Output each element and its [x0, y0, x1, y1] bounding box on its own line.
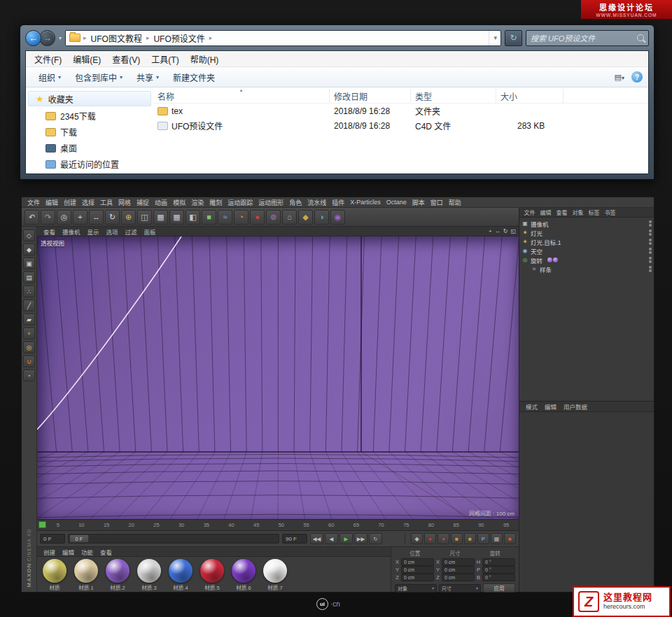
material-swatch[interactable]: 材质.7	[260, 559, 290, 591]
coordinate-input[interactable]: 0 cm	[401, 574, 434, 581]
file-row[interactable]: UFO预设文件 2018/8/9 16:28 C4D 文件 283 KB	[153, 118, 648, 133]
object-row[interactable]: ◉ 天空	[519, 246, 654, 255]
tool-icon[interactable]: ▤	[23, 271, 35, 283]
object-name[interactable]: 灯光.目标.1	[531, 238, 561, 246]
visibility-toggles[interactable]	[649, 229, 652, 236]
toolbar-icon[interactable]: ◑	[314, 210, 329, 225]
command-button[interactable]: 包含到库中 ▾	[68, 69, 130, 85]
material-sphere[interactable]	[43, 559, 66, 583]
object-row[interactable]: ▣ 摄像机	[519, 219, 654, 228]
material-swatch[interactable]: 材质.2	[103, 559, 132, 591]
recent-pages-caret-icon[interactable]: ▾	[59, 35, 62, 41]
menu-item[interactable]: 网格	[115, 198, 134, 207]
menu-item[interactable]: 流水线	[304, 198, 329, 207]
toolbar-icon[interactable]: ↷	[41, 210, 55, 225]
viewport-menu-item[interactable]: 选项	[103, 227, 122, 236]
animation-tool-icon[interactable]: ◆	[411, 533, 423, 544]
object-name[interactable]: 旋转	[531, 256, 542, 264]
material-sphere[interactable]	[74, 559, 98, 583]
viewport-menu-item[interactable]: 查看	[40, 227, 59, 236]
menu-item[interactable]: 编辑	[43, 198, 61, 207]
material-tag-icons[interactable]	[547, 257, 558, 262]
material-swatch[interactable]: 材质	[40, 559, 69, 591]
toolbar-icon[interactable]: ◆	[298, 210, 313, 225]
toolbar-icon[interactable]: ⊕	[121, 210, 136, 225]
file-row[interactable]: tex 2018/8/9 16:28 文件夹	[153, 104, 648, 118]
object-name[interactable]: 天空	[531, 247, 542, 255]
size-mode-select[interactable]: 尺寸▾	[439, 584, 481, 593]
breadcrumb-item[interactable]: UFO图文教程	[90, 32, 144, 44]
tool-icon[interactable]: ▰	[23, 313, 35, 325]
materials-menu-item[interactable]: 创建	[40, 548, 59, 556]
coordinate-input[interactable]: 0 cm	[442, 574, 475, 581]
toolbar-icon[interactable]: ◧	[186, 210, 200, 225]
menu-item[interactable]: 帮助	[446, 198, 464, 207]
viewport-nav-icon[interactable]: ◱	[510, 228, 516, 234]
tool-icon[interactable]: +	[23, 327, 35, 339]
menu-item[interactable]: 选择	[79, 198, 97, 207]
object-manager-menu-item[interactable]: 编辑	[538, 208, 554, 216]
menu-item[interactable]: 文件(F)	[29, 53, 67, 65]
coordinate-input[interactable]: 0 cm	[401, 558, 434, 566]
menu-item[interactable]: 运动图形	[255, 198, 286, 207]
attribute-manager-menu-item[interactable]: 编辑	[541, 402, 560, 411]
material-sphere[interactable]	[232, 559, 255, 583]
material-sphere[interactable]	[137, 559, 161, 583]
viewport-menu-item[interactable]: 过滤	[122, 227, 141, 236]
current-frame-input[interactable]: 0 F	[40, 534, 65, 544]
command-button[interactable]: 组织 ▾	[31, 69, 68, 85]
slider-handle[interactable]: 0 F	[69, 534, 89, 543]
help-icon[interactable]: ?	[631, 71, 643, 83]
sidebar-item[interactable]: 最近访问的位置	[26, 156, 153, 172]
viewport-nav-icon[interactable]: ↔	[495, 228, 500, 234]
playhead[interactable]	[38, 521, 46, 528]
column-header-size[interactable]: 大小	[496, 89, 564, 103]
material-sphere[interactable]	[263, 559, 287, 583]
coordinate-input[interactable]: 0 cm	[442, 558, 475, 566]
toolbar-icon[interactable]: ▦	[153, 210, 168, 225]
tool-icon[interactable]: ◎	[23, 341, 35, 353]
visibility-toggles[interactable]	[649, 266, 652, 272]
object-row[interactable]: ☀ 灯光	[519, 228, 654, 237]
viewport[interactable]: 透视视图 网格间距 : 100 cm	[37, 236, 519, 519]
toolbar-icon[interactable]: ◉	[330, 210, 345, 225]
playback-button[interactable]: ◀◀	[310, 533, 323, 544]
column-header-type[interactable]: 类型	[411, 89, 496, 103]
materials-menu-item[interactable]: 查看	[97, 548, 115, 556]
playback-button[interactable]: ▶	[340, 533, 353, 544]
toolbar-icon[interactable]: ↔	[89, 210, 104, 225]
toolbar-icon[interactable]: ●	[250, 210, 265, 225]
viewport-menu-item[interactable]: 面板	[141, 227, 160, 236]
viewport-label[interactable]: 透视视图	[41, 239, 64, 247]
animation-tool-icon[interactable]: P	[477, 533, 489, 544]
coordinate-input[interactable]: 0 cm	[442, 566, 475, 574]
animation-tool-icon[interactable]: ●	[438, 533, 449, 544]
tool-icon[interactable]: ∪	[23, 355, 35, 367]
toolbar-icon[interactable]: ■	[202, 210, 216, 225]
menu-item[interactable]: 编辑(E)	[67, 53, 106, 65]
toolbar-icon[interactable]: ⌂	[282, 210, 297, 225]
sidebar-item[interactable]: 2345下载	[26, 108, 153, 124]
tool-icon[interactable]: ╱	[23, 299, 35, 311]
toolbar-icon[interactable]: ◔	[234, 210, 248, 225]
animation-tool-icon[interactable]: ■	[504, 533, 516, 544]
attribute-manager-menu-item[interactable]: 用户数据	[560, 402, 591, 411]
coordinate-mode-select[interactable]: 对象▾	[395, 584, 437, 593]
coordinate-input[interactable]: 0 cm	[401, 566, 434, 574]
toolbar-icon[interactable]: ⊚	[266, 210, 281, 225]
address-dropdown-caret-icon[interactable]: ▾	[489, 31, 497, 45]
forward-button[interactable]: →	[39, 30, 55, 46]
materials-menu-item[interactable]: 功能	[78, 548, 97, 556]
visibility-toggles[interactable]	[649, 248, 652, 254]
menu-item[interactable]: 角色	[286, 198, 304, 207]
tool-icon[interactable]: ◆	[23, 243, 35, 255]
menu-item[interactable]: Octane	[384, 199, 410, 206]
animation-tool-icon[interactable]: ■	[451, 533, 463, 544]
playback-button[interactable]: ▶▶	[354, 533, 368, 544]
menu-item[interactable]: 创建	[61, 198, 79, 207]
visibility-toggles[interactable]	[649, 257, 652, 263]
menu-item[interactable]: 运动跟踪	[225, 198, 255, 207]
visibility-toggles[interactable]	[649, 239, 652, 245]
breadcrumb-item[interactable]: UFO预设文件	[152, 32, 206, 44]
material-swatch[interactable]: 材质.3	[134, 559, 164, 591]
